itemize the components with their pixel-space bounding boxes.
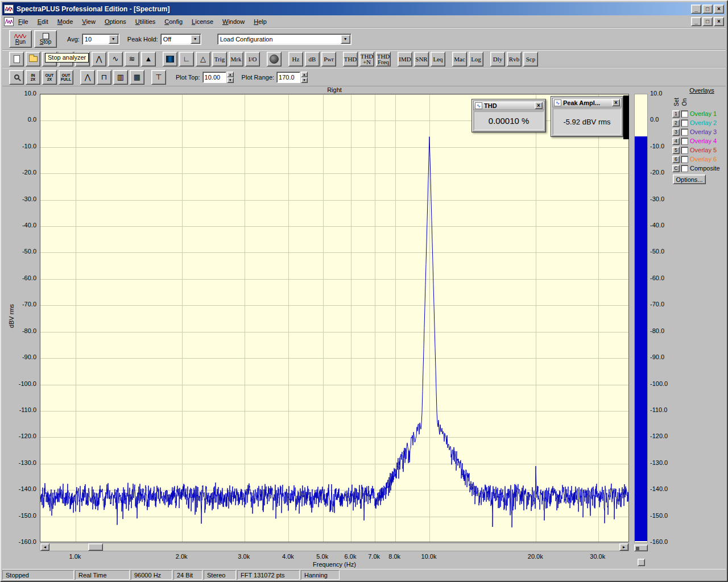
overlay-set-button-3[interactable]: 3	[672, 128, 680, 136]
run-button[interactable]: Run	[9, 30, 32, 48]
overlay-on-checkbox-1[interactable]	[681, 110, 688, 118]
menu-file[interactable]: File	[14, 16, 33, 27]
logging-button[interactable]: Log	[469, 52, 483, 66]
marker-button[interactable]: Mrk	[229, 52, 243, 66]
menu-window[interactable]: Window	[218, 16, 249, 27]
macro-button[interactable]: Mac	[452, 52, 467, 66]
menu-help[interactable]: Help	[249, 16, 271, 27]
meter-peak-indicator	[623, 95, 629, 139]
spectrum-plot[interactable]	[40, 94, 629, 542]
menu-items: FileEditModeViewOptionsUtilitiesConfigLi…	[14, 16, 271, 27]
plot-range-input[interactable]	[276, 72, 300, 83]
zoom-out-2x-button[interactable]: OUT 2X	[42, 70, 57, 85]
y-axis-tick-label: -80.0	[650, 327, 680, 334]
grid-table-button[interactable]: ▦	[130, 70, 144, 85]
io-button[interactable]: I/O	[245, 52, 260, 66]
menu-edit[interactable]: Edit	[33, 16, 53, 27]
overlay-on-checkbox-5[interactable]	[681, 147, 688, 154]
surface-view-button[interactable]: ▲	[141, 52, 156, 66]
maximize-button[interactable]: □	[702, 5, 713, 14]
waterfall-view-button[interactable]: ≋	[125, 52, 139, 66]
spin-down-icon[interactable]: ▼	[301, 77, 308, 83]
signal-generator-button[interactable]	[267, 52, 282, 66]
ruler-icon: ∟	[183, 55, 191, 63]
menu-view[interactable]: View	[77, 16, 100, 27]
peak-amplitude-panel[interactable]: ∿ Peak Ampl... × -5.92 dBV rms	[551, 96, 623, 137]
load-configuration-combobox[interactable]: Load Configuration ▼	[217, 34, 351, 45]
thd-panel-titlebar[interactable]: ∿ THD ×	[473, 101, 544, 110]
peak-amplitude-value: -5.92 dBV rms	[553, 109, 621, 135]
mdi-restore-button[interactable]: □	[702, 17, 713, 26]
thdn-button[interactable]: THD +N	[359, 52, 374, 66]
leq-button[interactable]: Leq	[431, 52, 445, 66]
menu-options[interactable]: Options	[100, 16, 131, 27]
zoom-in-2x-button[interactable]: IN 2X	[26, 70, 40, 85]
snr-button[interactable]: SNR	[414, 52, 429, 66]
overlay-on-checkbox-C[interactable]	[681, 165, 688, 172]
hz-units-button[interactable]: Hz	[288, 52, 303, 66]
y-axis-tick-label: -60.0	[1, 275, 36, 281]
thd-panel[interactable]: ∿ THD × 0.00010 %	[471, 99, 546, 132]
overlay-on-checkbox-2[interactable]	[681, 119, 688, 127]
ruler-button[interactable]: ∟	[179, 52, 194, 66]
mdi-minimize-button[interactable]: _	[691, 17, 701, 26]
overlay-on-checkbox-6[interactable]	[681, 156, 688, 163]
peak-curve-button[interactable]: ⋀	[80, 70, 95, 85]
delay-button[interactable]: Dly	[490, 52, 505, 66]
new-config-button[interactable]	[9, 52, 24, 66]
menu-utilities[interactable]: Utilities	[131, 16, 160, 27]
transfer-view-button[interactable]: ∿	[108, 52, 123, 66]
y-axis-tick-label: 10.0	[1, 90, 36, 97]
spin-down-icon[interactable]: ▼	[227, 77, 234, 83]
scroll-left-button[interactable]: ◄	[40, 543, 49, 551]
mdi-close-button[interactable]: ×	[714, 17, 724, 26]
overlays-options-button[interactable]: Options...	[673, 174, 706, 184]
peak-panel-close-button[interactable]: ×	[612, 99, 620, 106]
scrollbar-thumb[interactable]	[88, 543, 103, 551]
avg-combobox[interactable]: 10 ▼	[82, 34, 119, 45]
plot-range-spinner[interactable]: ▲ ▼	[301, 72, 308, 83]
y-axis-tick-label: -50.0	[1, 248, 36, 255]
y-axis-tick-label: -160.0	[1, 538, 36, 545]
peak-hold-combobox[interactable]: Off ▼	[160, 34, 201, 45]
close-button[interactable]: ×	[714, 5, 724, 14]
overlay-set-button-6[interactable]: 6	[672, 156, 680, 163]
plot-top-input[interactable]	[202, 72, 226, 83]
peak-panel-titlebar[interactable]: ∿ Peak Ampl... ×	[552, 98, 622, 107]
thd-freq-button[interactable]: THD Freq	[376, 52, 391, 66]
meter-scrollbar[interactable]	[634, 544, 648, 551]
spin-up-icon[interactable]: ▲	[227, 72, 234, 77]
open-config-button[interactable]	[26, 52, 40, 66]
load-configuration-dropdown-arrow-icon[interactable]: ▼	[341, 35, 350, 44]
overlay-on-checkbox-3[interactable]	[681, 128, 688, 136]
scale-button[interactable]: ⊤	[151, 70, 166, 85]
scope-button[interactable]: Scp	[523, 52, 538, 66]
menu-mode[interactable]: Mode	[53, 16, 78, 27]
reverb-button[interactable]: Rvb	[507, 52, 522, 66]
plot-horizontal-scrollbar[interactable]: ◄ ►	[40, 543, 629, 551]
db-units-button[interactable]: dB	[305, 52, 320, 66]
avg-dropdown-arrow-icon[interactable]: ▼	[109, 35, 118, 44]
power-units-button[interactable]: Pwr	[321, 52, 336, 66]
menu-license[interactable]: License	[187, 16, 218, 27]
peak-hold-dropdown-arrow-icon[interactable]: ▼	[191, 35, 200, 44]
thd-button[interactable]: THD	[343, 52, 358, 66]
trigger-button[interactable]: Trig	[212, 52, 227, 66]
scroll-right-button[interactable]: ►	[619, 543, 628, 551]
minimize-button[interactable]: _	[691, 5, 701, 14]
step-plot-button[interactable]: ⊓	[97, 70, 111, 85]
spectrogram-view-button[interactable]	[163, 52, 177, 66]
stop-button[interactable]: Stop	[34, 30, 57, 48]
phase-view-button[interactable]: △	[196, 52, 210, 66]
plot-top-spinner[interactable]: ▲ ▼	[227, 72, 234, 83]
overlay-on-checkbox-4[interactable]	[681, 138, 688, 145]
menu-config[interactable]: Config	[160, 16, 187, 27]
zoom-out-full-button[interactable]: OUT FULL	[59, 70, 73, 85]
meter-option-button[interactable]	[638, 559, 645, 566]
spectrum-view-button[interactable]: ⋀	[92, 52, 106, 66]
spin-up-icon[interactable]: ▲	[301, 72, 308, 77]
imd-button[interactable]: IMD	[398, 52, 412, 66]
zoom-button[interactable]	[9, 70, 24, 85]
thd-panel-close-button[interactable]: ×	[535, 102, 543, 109]
bar-graph-button[interactable]: ▥	[113, 70, 128, 85]
